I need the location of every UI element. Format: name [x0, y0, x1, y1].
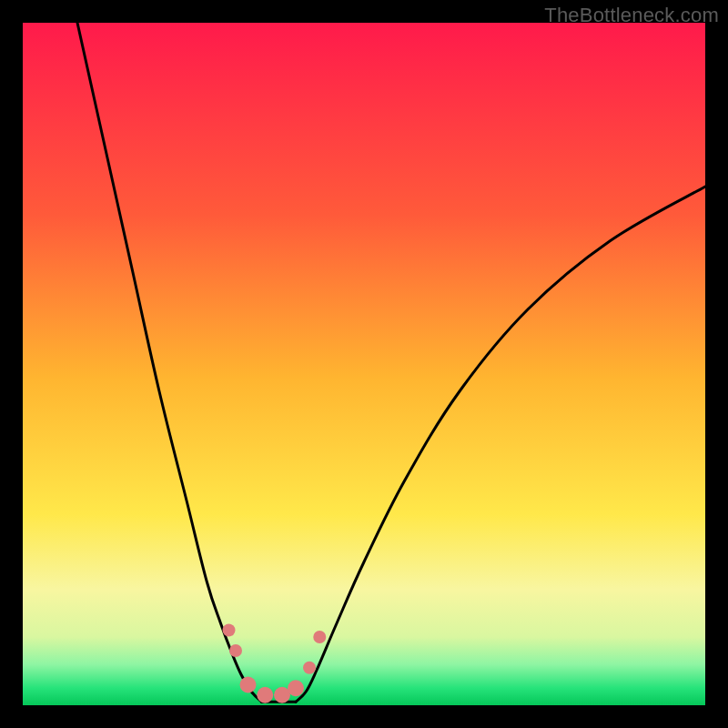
valley-markers: [223, 624, 327, 703]
curve-right: [296, 187, 705, 702]
marker-dot: [313, 631, 326, 643]
marker-dot: [240, 677, 257, 693]
curve-left: [77, 23, 262, 702]
marker-dot: [257, 687, 273, 703]
curve-layer: [23, 23, 705, 705]
plot-area: [23, 23, 705, 705]
attribution-text: TheBottleneck.com: [544, 4, 719, 27]
marker-dot: [288, 680, 304, 696]
outer-frame: TheBottleneck.com: [0, 0, 728, 728]
marker-dot: [229, 644, 242, 657]
marker-dot: [223, 624, 236, 637]
marker-dot: [303, 662, 316, 674]
